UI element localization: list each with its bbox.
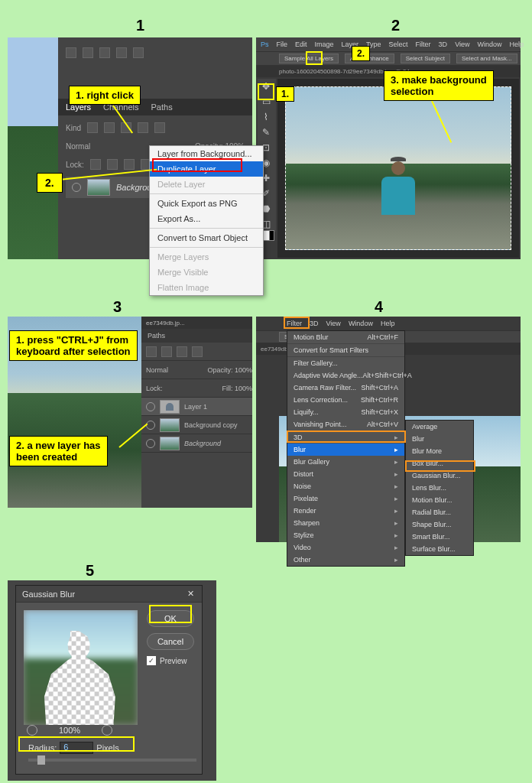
filter-icon[interactable] — [192, 346, 203, 357]
layer-row-bg[interactable]: Background — [141, 434, 252, 453]
filter-icon[interactable] — [104, 122, 115, 133]
options-strip — [58, 37, 252, 68]
layer-row-layer1[interactable]: Layer 1 — [141, 398, 252, 416]
quick-select-tool-icon[interactable]: ✎ — [258, 125, 274, 140]
filter-video[interactable]: Video — [287, 541, 404, 554]
separator — [150, 228, 263, 229]
filter-icon[interactable] — [138, 122, 148, 133]
filter-adaptive[interactable]: Adaptive Wide Angle...Alt+Shift+Ctrl+A — [287, 369, 404, 382]
filter-liquify[interactable]: Liquify...Shift+Ctrl+X — [287, 406, 404, 418]
checkbox-icon[interactable]: ✓ — [147, 656, 156, 665]
document-tab[interactable]: ee7349db.jp... — [141, 317, 252, 329]
opt-select-mask[interactable]: Select and Mask... — [456, 54, 517, 63]
visibility-icon[interactable] — [72, 183, 81, 192]
filter-icon[interactable] — [146, 346, 157, 357]
menu-bar: Ps File Edit Image Layer Type Select Fil… — [256, 37, 521, 51]
filter-camera-raw[interactable]: Camera Raw Filter...Shift+Ctrl+A — [287, 382, 404, 394]
zoom-level: 100% — [59, 726, 80, 735]
separator — [150, 247, 263, 248]
ctx-export-as[interactable]: Export As... — [150, 211, 263, 226]
filter-render[interactable]: Render — [287, 505, 404, 517]
filter-distort[interactable]: Distort — [287, 468, 404, 480]
menu-view[interactable]: View — [455, 41, 469, 48]
layer-thumbnail — [87, 179, 110, 196]
menu-image[interactable]: Image — [315, 41, 334, 48]
menu-window[interactable]: Window — [349, 320, 373, 327]
filter-pixelate[interactable]: Pixelate — [287, 492, 404, 505]
step-number-1: 1 — [136, 17, 144, 34]
blur-surface[interactable]: Surface Blur... — [406, 543, 473, 555]
menu-window[interactable]: Window — [477, 41, 501, 48]
filter-icon[interactable] — [87, 122, 98, 133]
close-icon[interactable]: ✕ — [185, 589, 196, 599]
opacity-label: Opacity: 100% — [207, 366, 252, 374]
lock-icon[interactable] — [124, 159, 135, 170]
layer-row-bgcopy[interactable]: Background copy — [141, 416, 252, 434]
menu-select[interactable]: Select — [389, 41, 408, 48]
tab-paths[interactable]: Paths — [151, 102, 173, 112]
preview-checkbox-row[interactable]: ✓ Preview — [147, 656, 194, 665]
blur-blur[interactable]: Blur — [406, 433, 473, 445]
blur-shape[interactable]: Shape Blur... — [406, 518, 473, 531]
menu-help[interactable]: Help — [381, 320, 395, 327]
blur-average[interactable]: Average — [406, 421, 473, 433]
menu-3d[interactable]: 3D — [439, 41, 448, 48]
lock-label: Lock: — [146, 385, 163, 392]
blur-more[interactable]: Blur More — [406, 445, 473, 457]
cancel-button[interactable]: Cancel — [147, 633, 194, 650]
filter-stylize[interactable]: Stylize — [287, 529, 404, 541]
body-shape — [381, 177, 415, 215]
ctx-quick-export[interactable]: Quick Export as PNG — [150, 196, 263, 211]
preview-thumbnail — [24, 610, 138, 725]
filter-gallery[interactable]: Filter Gallery... — [287, 357, 404, 369]
opt-select-subject[interactable]: Select Subject — [401, 54, 450, 63]
visibility-icon[interactable] — [146, 421, 155, 430]
zoom-in-icon[interactable] — [102, 725, 112, 736]
tab-paths[interactable]: Paths — [148, 332, 165, 340]
blend-row: Normal Opacity: 100% — [141, 361, 252, 379]
ctx-merge-visible: Merge Visible — [150, 265, 263, 280]
menu-filter[interactable]: Filter — [416, 41, 431, 48]
filter-sharpen[interactable]: Sharpen — [287, 517, 404, 529]
filter-icon[interactable] — [177, 346, 187, 357]
callout-step2: 2. — [37, 173, 63, 193]
filter-blur-gallery[interactable]: Blur Gallery — [287, 456, 404, 468]
filter-blur[interactable]: Blur — [287, 443, 404, 456]
visibility-icon[interactable] — [146, 402, 155, 411]
filter-vanishing[interactable]: Vanishing Point...Alt+Ctrl+V — [287, 418, 404, 430]
menu-help[interactable]: Help — [510, 41, 524, 48]
menu-3d[interactable]: 3D — [310, 320, 319, 327]
blur-motion[interactable]: Motion Blur... — [406, 494, 473, 506]
blend-mode[interactable]: Normal — [146, 366, 168, 374]
filter-convert-smart[interactable]: Convert for Smart Filters — [287, 344, 404, 356]
step-number-3: 3 — [113, 298, 122, 316]
blur-smart[interactable]: Smart Blur... — [406, 531, 473, 543]
blur-lens[interactable]: Lens Blur... — [406, 482, 473, 494]
blur-submenu: Average Blur Blur More Box Blur... Gauss… — [405, 420, 474, 556]
zoom-out-icon[interactable] — [27, 725, 37, 736]
menu-edit[interactable]: Edit — [295, 41, 307, 48]
callout-p3-2: 2. a new layer has been created — [9, 436, 108, 466]
filter-last[interactable]: Motion BlurAlt+Ctrl+F — [287, 331, 404, 343]
panel-4: Filter 3D View Window Help Select Subjec… — [256, 317, 521, 542]
option-icon — [133, 47, 144, 58]
menu-view[interactable]: View — [326, 320, 341, 327]
blur-radial[interactable]: Radial Blur... — [406, 506, 473, 518]
layer-thumbnail — [160, 437, 180, 450]
lock-icon[interactable] — [90, 159, 101, 170]
filter-icon[interactable] — [154, 122, 165, 133]
callout-p2-2: 2. — [352, 46, 370, 61]
filter-icon[interactable] — [161, 346, 172, 357]
callout-p2-3: 3. make background selection — [384, 70, 494, 101]
canvas[interactable] — [277, 79, 519, 258]
filter-noise[interactable]: Noise — [287, 480, 404, 492]
lasso-tool-icon[interactable]: ⌇ — [258, 109, 274, 125]
filter-lens-correction[interactable]: Lens Correction...Shift+Ctrl+R — [287, 394, 404, 406]
blend-mode[interactable]: Normal — [66, 142, 90, 151]
lock-icon[interactable] — [107, 159, 118, 170]
visibility-icon[interactable] — [146, 439, 155, 448]
filter-other[interactable]: Other — [287, 554, 404, 566]
radius-slider[interactable] — [28, 759, 196, 762]
menu-file[interactable]: File — [277, 41, 288, 48]
ctx-convert-smart[interactable]: Convert to Smart Object — [150, 230, 263, 245]
